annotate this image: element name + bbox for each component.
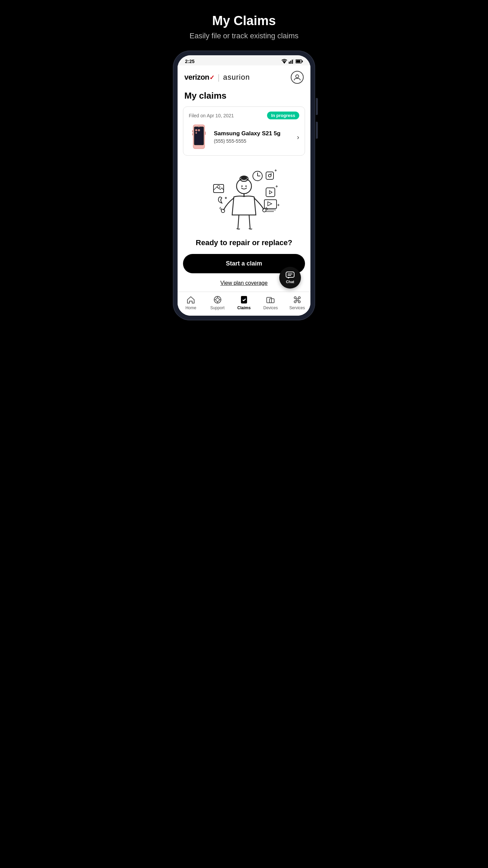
side-button-1 <box>316 98 318 115</box>
verizon-check: ✓ <box>209 74 215 81</box>
claim-date: Filed on Apr 10, 2021 <box>189 113 234 118</box>
svg-point-57 <box>294 297 296 299</box>
nav-home[interactable]: Home <box>181 295 201 310</box>
svg-rect-31 <box>266 172 273 179</box>
svg-rect-18 <box>192 130 193 132</box>
verizon-logo: verizon✓ <box>184 73 214 82</box>
status-icons <box>281 59 303 64</box>
ready-text: Ready to repair or replace? <box>196 238 292 247</box>
asurion-logo: asurion <box>223 73 250 82</box>
phone-frame: 2:25 <box>173 51 315 320</box>
nav-services[interactable]: Services <box>287 295 307 310</box>
logo-container: verizon✓ | asurion <box>184 73 250 82</box>
bottom-nav: Home Support <box>178 292 310 316</box>
nav-claims-label: Claims <box>237 305 250 310</box>
page-header: My Claims Easily file or track existing … <box>183 14 305 40</box>
svg-rect-1 <box>289 62 290 64</box>
svg-rect-2 <box>290 61 291 64</box>
svg-point-49 <box>216 298 219 301</box>
svg-point-22 <box>241 176 247 180</box>
svg-point-8 <box>296 75 299 78</box>
chevron-right-icon: › <box>297 133 299 141</box>
claim-card-header: Filed on Apr 10, 2021 In progress <box>189 112 299 119</box>
svg-rect-6 <box>302 61 303 62</box>
illustration-area: + ★ + <box>178 162 310 254</box>
profile-button[interactable] <box>291 71 304 84</box>
nav-home-label: Home <box>185 305 196 310</box>
svg-text:+: + <box>274 168 277 173</box>
svg-point-16 <box>196 132 197 134</box>
chat-fab-button[interactable]: Chat <box>279 267 301 289</box>
svg-line-47 <box>249 215 250 229</box>
nav-support[interactable]: Support <box>207 295 228 310</box>
svg-rect-62 <box>286 272 294 277</box>
app-header: verizon✓ | asurion <box>178 65 310 88</box>
svg-point-58 <box>298 297 300 299</box>
profile-icon <box>293 74 301 81</box>
svg-marker-42 <box>268 202 272 206</box>
support-icon <box>213 295 222 304</box>
devices-icon <box>266 295 275 304</box>
status-time: 2:25 <box>185 59 195 64</box>
nav-services-label: Services <box>289 305 305 310</box>
device-image <box>189 123 209 151</box>
svg-rect-3 <box>292 60 293 64</box>
device-number: (555) 555-5555 <box>214 138 292 144</box>
svg-text:+: + <box>277 203 280 208</box>
svg-marker-39 <box>269 191 272 194</box>
section-title: My claims <box>178 88 310 106</box>
svg-rect-4 <box>293 59 294 64</box>
nav-devices-label: Devices <box>263 305 278 310</box>
svg-point-36 <box>217 185 220 188</box>
svg-point-24 <box>245 185 247 187</box>
svg-point-61 <box>296 299 298 301</box>
phone-screen: 2:25 <box>178 55 310 316</box>
chat-fab-label: Chat <box>286 280 294 284</box>
nav-devices[interactable]: Devices <box>260 295 281 310</box>
svg-text:+: + <box>276 184 278 189</box>
claim-device-row: Samsung Galaxy S21 5g (555) 555-5555 › <box>189 123 299 151</box>
page-subtitle: Easily file or track existing claims <box>189 32 299 40</box>
wifi-icon <box>281 59 287 64</box>
svg-point-14 <box>195 129 197 131</box>
claims-icon <box>240 295 248 304</box>
svg-rect-54 <box>241 296 247 303</box>
svg-marker-0 <box>283 61 286 64</box>
svg-rect-7 <box>296 60 301 63</box>
svg-rect-17 <box>205 132 206 135</box>
services-icon <box>293 295 302 304</box>
device-info: Samsung Galaxy S21 5g (555) 555-5555 <box>214 130 292 144</box>
device-name: Samsung Galaxy S21 5g <box>214 130 292 137</box>
svg-rect-38 <box>266 188 275 197</box>
illustration-svg: + ★ + <box>200 166 288 234</box>
svg-line-46 <box>238 215 239 229</box>
svg-text:★: ★ <box>224 196 227 200</box>
page-title: My Claims <box>189 14 299 28</box>
chat-fab-icon <box>286 272 294 279</box>
nav-claims[interactable]: Claims <box>234 295 254 310</box>
svg-point-20 <box>237 179 251 194</box>
svg-rect-19 <box>192 133 193 135</box>
svg-point-60 <box>298 301 300 303</box>
svg-point-23 <box>241 185 243 187</box>
signal-icon <box>289 59 294 64</box>
status-badge: In progress <box>267 112 299 119</box>
svg-point-13 <box>198 125 200 127</box>
claim-card[interactable]: Filed on Apr 10, 2021 In progress <box>183 106 305 156</box>
status-bar: 2:25 <box>178 55 310 65</box>
logo-divider: | <box>218 73 220 82</box>
svg-point-26 <box>221 209 225 213</box>
home-icon <box>186 295 195 304</box>
svg-point-32 <box>268 174 271 177</box>
battery-icon <box>296 59 303 63</box>
nav-support-label: Support <box>210 305 225 310</box>
side-button-2 <box>316 122 318 139</box>
svg-point-15 <box>198 129 200 131</box>
svg-point-59 <box>294 301 296 303</box>
